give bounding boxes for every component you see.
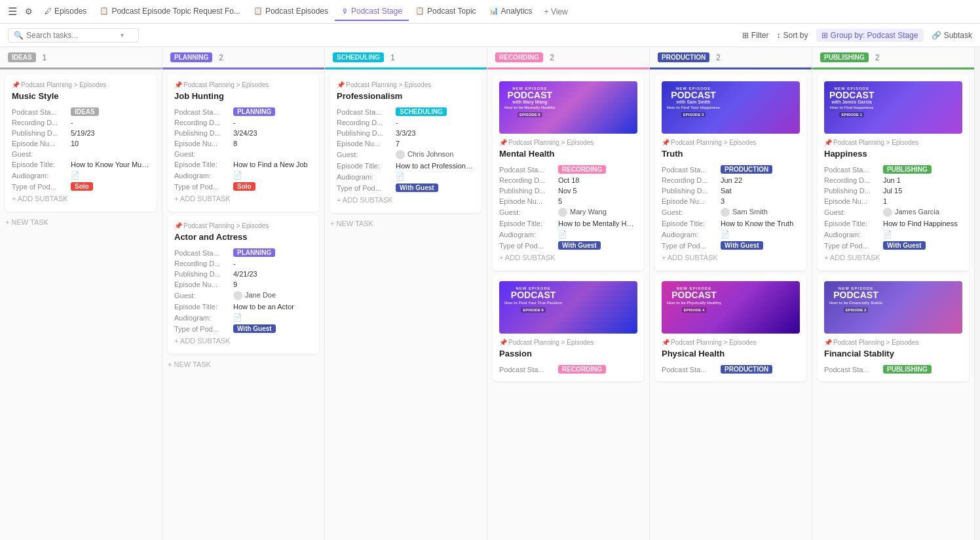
card-field-mental-health: Episode Title:How to be Mentally Heal...	[499, 218, 637, 229]
card-title-mental-health[interactable]: Mental Health	[499, 149, 637, 159]
subtask-label: Subtask	[944, 31, 972, 40]
tab-podcast-episodes[interactable]: 📋 Podcast Episodes	[247, 3, 335, 21]
sort-label: Sort by	[783, 31, 808, 40]
card-field-professionalism: Type of Pod...With Guest	[337, 182, 475, 193]
card-thumbnail-truth: NEW EPISODE PODCAST with Sam Smith How t…	[662, 81, 800, 134]
add-subtask-job-hunting[interactable]: + ADD SUBTASK	[174, 192, 312, 205]
column-count-publishing: 2	[875, 53, 880, 62]
add-subtask-happiness[interactable]: + ADD SUBTASK	[824, 251, 962, 264]
add-subtask-truth[interactable]: + ADD SUBTASK	[662, 251, 800, 264]
subtask-button[interactable]: 🔗 Subtask	[932, 31, 972, 40]
audiogram-icon[interactable]: 📄	[558, 230, 567, 239]
field-badge-job-hunting: Solo	[233, 182, 255, 191]
new-task-ideas[interactable]: + NEW TASK	[5, 216, 157, 229]
card-thumbnail-passion: NEW EPISODE PODCAST How to Find Your Tru…	[499, 281, 637, 334]
sort-icon: ↕	[777, 31, 781, 40]
card-field-professionalism: Audiogram:📄	[337, 171, 475, 182]
field-badge-mental-health: RECORDING	[558, 165, 606, 174]
stage-badge-scheduling: SCHEDULING	[333, 52, 384, 62]
filter-icon: ⊞	[742, 31, 749, 40]
card-thumbnail-physical-health: NEW EPISODE PODCAST How to be Physically…	[662, 281, 800, 334]
add-subtask-music-style[interactable]: + ADD SUBTASK	[12, 192, 150, 205]
thumb-text-financial-stability: NEW EPISODE PODCAST How to be Financiall…	[829, 286, 882, 313]
card-mental-health: NEW EPISODE PODCAST with Mary Wang How t…	[493, 75, 644, 271]
board: IDEAS 1 📌 Podcast Planning > Episodes Mu…	[0, 47, 980, 540]
search-box[interactable]: 🔍 ▾	[8, 28, 139, 43]
toolbar: 🔍 ▾ ⊞ Filter ↕ Sort by ⊞ Group by: Podca…	[0, 24, 980, 47]
card-field-job-hunting: Episode Nu...8	[174, 138, 312, 149]
audiogram-icon[interactable]: 📄	[396, 172, 405, 181]
card-field-happiness: Publishing D...Jul 15	[824, 185, 962, 196]
card-field-music-style: Recording D...-	[12, 117, 150, 128]
add-view-button[interactable]: + View	[539, 3, 573, 20]
new-task-planning[interactable]: + NEW TASK	[168, 358, 319, 371]
card-field-mental-health: Type of Pod...With Guest	[499, 240, 637, 251]
card-field-job-hunting: Publishing D...3/24/23	[174, 128, 312, 138]
thumb-text-physical-health: NEW EPISODE PODCAST How to be Physically…	[667, 286, 721, 313]
thumb-text-happiness: NEW EPISODE PODCAST with James Garcia Ho…	[829, 87, 874, 117]
subtask-icon: 🔗	[932, 31, 941, 40]
search-dropdown-icon[interactable]: ▾	[121, 31, 124, 39]
card-field-music-style: Publishing D...5/19/23	[12, 128, 150, 138]
card-happiness: NEW EPISODE PODCAST with James Garcia Ho…	[818, 75, 969, 271]
card-breadcrumb-passion: 📌 Podcast Planning > Episodes	[499, 339, 637, 346]
guest-avatar	[396, 150, 405, 159]
field-badge-actor-actress: PLANNING	[233, 248, 275, 257]
add-subtask-mental-health[interactable]: + ADD SUBTASK	[499, 251, 637, 264]
card-field-actor-actress: Type of Pod...With Guest	[174, 323, 312, 334]
card-field-professionalism: Episode Nu...7	[337, 138, 475, 149]
audiogram-icon[interactable]: 📄	[233, 171, 242, 180]
group-by-button[interactable]: ⊞ Group by: Podcast Stage	[816, 29, 924, 42]
audiogram-icon[interactable]: 📄	[233, 313, 242, 322]
card-field-music-style: Episode Title:How to Know Your Musi...	[12, 159, 150, 170]
card-field-happiness: Podcast Sta...PUBLISHING	[824, 164, 962, 175]
tab-podcast-topic[interactable]: 📋 Podcast Topic	[409, 3, 483, 21]
field-badge-financial-stability: PUBLISHING	[883, 365, 932, 374]
card-title-job-hunting[interactable]: Job Hunting	[174, 91, 312, 101]
column-publishing: PUBLISHING 2 NEW EPISODE PODCAST with Ja…	[812, 47, 975, 540]
card-field-actor-actress: Recording D...-	[174, 258, 312, 269]
card-title-music-style[interactable]: Music Style	[12, 91, 150, 101]
card-title-physical-health[interactable]: Physical Health	[662, 349, 800, 358]
card-title-passion[interactable]: Passion	[499, 349, 637, 358]
filter-button[interactable]: ⊞ Filter	[742, 31, 769, 40]
episodes-icon: 🖊	[45, 7, 52, 15]
new-task-scheduling[interactable]: + NEW TASK	[330, 217, 481, 230]
field-badge-music-style: IDEAS	[71, 107, 99, 116]
audiogram-icon[interactable]: 📄	[71, 171, 80, 180]
card-breadcrumb-mental-health: 📌 Podcast Planning > Episodes	[499, 139, 637, 146]
field-badge-actor-actress: With Guest	[233, 324, 276, 333]
column-count-scheduling: 1	[390, 53, 395, 62]
tab-podcast-stage[interactable]: 🎙 Podcast Stage	[335, 3, 409, 21]
card-title-financial-stability[interactable]: Financial Stablity	[824, 349, 962, 358]
card-field-happiness: Type of Pod...With Guest	[824, 240, 962, 251]
card-title-truth[interactable]: Truth	[662, 149, 800, 159]
card-title-happiness[interactable]: Happiness	[824, 149, 962, 159]
audiogram-icon[interactable]: 📄	[721, 230, 730, 239]
column-count-ideas: 1	[43, 53, 47, 62]
audiogram-icon[interactable]: 📄	[883, 230, 892, 239]
field-badge-music-style: Solo	[71, 182, 93, 191]
card-title-actor-actress[interactable]: Actor and Actress	[174, 232, 312, 242]
tab-analytics[interactable]: 📊 Analytics	[483, 3, 539, 21]
settings-icon[interactable]: ⚙	[22, 4, 35, 19]
card-field-job-hunting: Guest:	[174, 149, 312, 159]
tab-topic-request-label: Podcast Episode Topic Request Fo...	[111, 7, 240, 16]
field-badge-happiness: PUBLISHING	[883, 165, 932, 174]
tab-episodes[interactable]: 🖊 Episodes	[38, 3, 93, 21]
search-input[interactable]	[26, 31, 118, 40]
column-body-recording: NEW EPISODE PODCAST with Mary Wang How t…	[487, 69, 649, 540]
field-badge-happiness: With Guest	[883, 241, 926, 250]
card-title-professionalism[interactable]: Professionalism	[337, 91, 475, 101]
toolbar-right: ⊞ Filter ↕ Sort by ⊞ Group by: Podcast S…	[742, 29, 972, 42]
card-field-actor-actress: Episode Nu...9	[174, 279, 312, 290]
card-field-job-hunting: Recording D...-	[174, 117, 312, 128]
tab-topic-request[interactable]: 📋 Podcast Episode Topic Request Fo...	[93, 3, 247, 21]
add-subtask-actor-actress[interactable]: + ADD SUBTASK	[174, 334, 312, 347]
sort-button[interactable]: ↕ Sort by	[777, 31, 808, 40]
add-subtask-professionalism[interactable]: + ADD SUBTASK	[337, 193, 475, 206]
card-breadcrumb-professionalism: 📌 Podcast Planning > Episodes	[337, 81, 475, 88]
card-field-professionalism: Recording D...-	[337, 117, 475, 128]
field-badge-truth: With Guest	[721, 241, 763, 250]
hamburger-icon[interactable]: ☰	[5, 3, 20, 20]
